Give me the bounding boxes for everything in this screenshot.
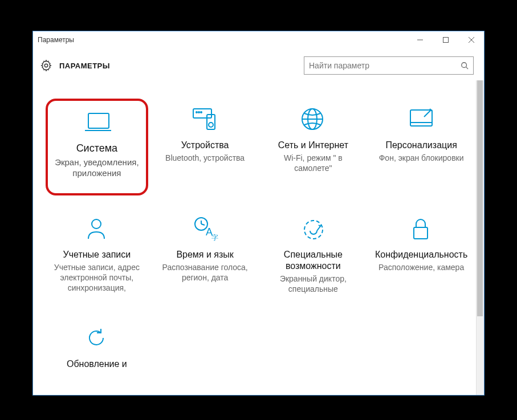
svg-point-4 <box>44 64 48 67</box>
titlebar: Параметры <box>33 31 484 48</box>
minimize-icon <box>417 37 423 43</box>
tile-desc: Экран, уведомления, приложения <box>51 157 143 179</box>
maximize-icon <box>443 37 449 43</box>
close-button[interactable] <box>458 31 484 48</box>
tile-title: Конфиденциальность <box>375 249 467 260</box>
tile-globe[interactable]: Сеть и ИнтернетWi-Fi, режим " в самолете… <box>262 99 365 195</box>
tile-desc: Wi-Fi, режим " в самолете" <box>266 153 361 173</box>
maximize-button[interactable] <box>433 31 458 48</box>
svg-rect-1 <box>443 38 448 43</box>
tile-privacy[interactable]: КонфиденциальностьРасположение, камера <box>370 208 473 305</box>
minimize-button[interactable] <box>407 31 433 48</box>
tile-title: Специальные возможности <box>266 249 361 272</box>
tile-timelang[interactable]: Время и языкРаспознавание голоса, регион… <box>154 208 257 305</box>
tile-update[interactable]: Обновление и <box>46 317 148 395</box>
tile-title: Обновление и <box>67 358 127 370</box>
timelang-icon <box>191 213 219 244</box>
globe-icon <box>299 103 327 135</box>
tile-laptop[interactable]: СистемаЭкран, уведомления, приложения <box>46 99 148 195</box>
close-icon <box>469 37 474 43</box>
window-controls <box>407 31 484 48</box>
laptop-icon <box>83 105 111 137</box>
content: СистемаЭкран, уведомления, приложенияУст… <box>33 80 484 395</box>
tiles-grid: СистемаЭкран, уведомления, приложенияУст… <box>33 80 484 395</box>
privacy-icon <box>407 213 435 244</box>
tile-title: Учетные записи <box>63 249 131 260</box>
gear-icon <box>40 59 52 72</box>
tile-personalize[interactable]: ПерсонализацияФон, экран блокировки <box>370 99 473 195</box>
page-title: ПАРАМЕТРЫ <box>59 62 110 70</box>
tile-desc: Bluetooth, устройства <box>165 153 245 163</box>
personalize-icon <box>407 103 435 135</box>
tile-account[interactable]: Учетные записиУчетные записи, адрес элек… <box>46 208 148 305</box>
update-icon <box>83 322 111 354</box>
search-placeholder: Найти параметр <box>309 61 461 70</box>
window-title: Параметры <box>38 36 407 44</box>
tile-title: Время и язык <box>176 249 233 260</box>
tile-title: Устройства <box>181 140 229 151</box>
tile-desc: Фон, экран блокировки <box>379 153 464 163</box>
tile-title: Персонализация <box>385 140 457 151</box>
tile-desc: Расположение, камера <box>378 262 464 272</box>
tile-desc: Распознавание голоса, регион, дата <box>157 262 253 283</box>
scrollbar[interactable] <box>476 80 484 395</box>
header-left: ПАРАМЕТРЫ <box>40 59 110 72</box>
svg-point-5 <box>462 63 467 68</box>
tile-devices[interactable]: УстройстваBluetooth, устройства <box>154 99 257 195</box>
search-icon <box>461 62 469 70</box>
tile-title: Сеть и Интернет <box>278 140 348 151</box>
tile-ease[interactable]: Специальные возможностиЭкранный диктор, … <box>262 208 365 305</box>
account-icon <box>83 213 111 244</box>
settings-window: Параметры ПАРАМЕТРЫ Найти параметр <box>32 31 485 395</box>
svg-line-6 <box>466 67 469 70</box>
ease-icon <box>299 213 327 244</box>
tile-desc: Учетные записи, адрес электронной почты,… <box>49 262 145 293</box>
devices-icon <box>191 103 219 135</box>
search-input[interactable]: Найти параметр <box>304 56 474 75</box>
scrollbar-thumb[interactable] <box>477 80 483 316</box>
tile-desc: Экранный диктор, специальные <box>266 274 361 294</box>
tile-title: Система <box>76 142 118 155</box>
header: ПАРАМЕТРЫ Найти параметр <box>33 48 484 80</box>
